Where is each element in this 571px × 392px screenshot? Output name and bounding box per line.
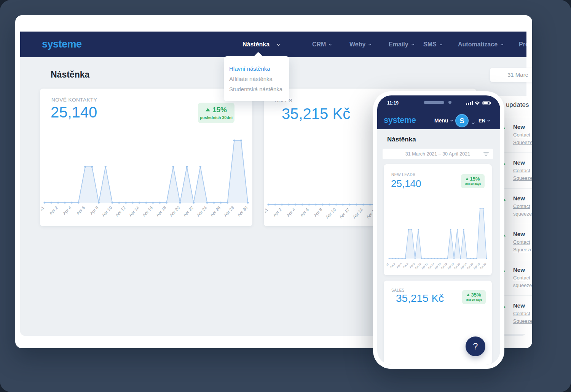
nav-item-emaily[interactable]: Emaily (389, 32, 414, 57)
screenshot-background: systeme Nástěnka CRM Weby Emaily SMS Aut… (0, 0, 571, 392)
chevron-down-icon (329, 42, 332, 46)
card-value: 25,140 (51, 104, 97, 121)
chevron-down-icon (368, 42, 372, 46)
svg-text:31: 31 (41, 205, 45, 212)
menu-label: Menu (434, 117, 448, 124)
change-badge: 35% last 30 days (462, 290, 486, 304)
svg-text:Apr 24: Apr 24 (196, 205, 207, 217)
svg-text:Apr 26: Apr 26 (466, 262, 474, 270)
live-item-title: New (513, 159, 532, 166)
card-label: NEW LEADS (391, 173, 415, 177)
nav-item-label: Pro (519, 41, 526, 48)
systeme-logo[interactable]: systeme (42, 38, 82, 50)
nav-item-label: CRM (312, 41, 326, 48)
svg-text:Apr 16: Apr 16 (142, 205, 153, 217)
change-period: last 30 days (462, 298, 486, 302)
contact-link[interactable]: Contact (513, 203, 532, 209)
svg-text:Apr 12: Apr 12 (115, 205, 126, 217)
funnel-link[interactable]: Squeeze (513, 247, 532, 252)
new-contacts-card: NOVÉ KONTAKTY 25,140 15% posledních 30dn… (40, 89, 252, 226)
nav-item-weby[interactable]: Weby (349, 32, 371, 57)
change-percent: 15% (212, 106, 227, 114)
phone-menu-button[interactable]: Menu (434, 117, 453, 124)
date-range-button[interactable]: 31 Marc (490, 68, 532, 82)
contact-link[interactable]: Contact (513, 168, 532, 173)
svg-text:Apr 4: Apr 4 (62, 205, 72, 216)
camera-dot (448, 101, 451, 104)
status-time: 11:19 (387, 100, 399, 106)
signal-wifi-battery-icons (466, 100, 492, 105)
nav-item-sms[interactable]: SMS (423, 32, 442, 57)
svg-text:Apr 12: Apr 12 (421, 262, 429, 270)
nav-item-produkty[interactable]: Pro (519, 32, 526, 57)
contact-link[interactable]: Contact (513, 275, 532, 281)
page-title: Nástěnka (51, 70, 89, 80)
nav-item-automatizace[interactable]: Automatizace (458, 32, 503, 57)
svg-text:Apr 16: Apr 16 (434, 262, 442, 270)
chevron-down-icon (500, 42, 504, 46)
nav-item-crm[interactable]: CRM (312, 32, 332, 57)
svg-text:Apr 22: Apr 22 (453, 262, 461, 270)
phone-date-range[interactable]: 31 March 2021 – 30 April 2021 (383, 149, 493, 159)
live-item-title: New (513, 302, 532, 309)
nav-item-label: Automatizace (458, 41, 498, 48)
phone-header: 11:19 (377, 95, 500, 129)
nav-item-label: Nástěnka (242, 41, 270, 48)
nav-item-label: Weby (349, 41, 365, 48)
menu-item-hlavni-nastenka[interactable]: Hlavní nástěnka (229, 65, 270, 72)
funnel-link[interactable]: squeeze (513, 211, 532, 217)
nav-item-nastenka[interactable]: Nástěnka (242, 32, 280, 57)
svg-text:Apr 8: Apr 8 (313, 207, 323, 217)
card-value: 35,215 Kč (396, 292, 444, 305)
svg-text:Apr 26: Apr 26 (209, 205, 221, 217)
help-button[interactable]: ? (466, 336, 485, 356)
svg-text:Apr 18: Apr 18 (155, 205, 167, 217)
svg-text:Apr 6: Apr 6 (75, 205, 86, 216)
svg-text:Apr 30: Apr 30 (236, 205, 248, 217)
svg-text:Apr 14: Apr 14 (128, 205, 140, 217)
avatar[interactable]: S (455, 114, 469, 127)
contact-link[interactable]: Contact (513, 132, 532, 138)
svg-text:Apr 12: Apr 12 (338, 207, 350, 219)
systeme-logo[interactable]: systeme (384, 115, 416, 125)
svg-text:31: 31 (386, 262, 389, 267)
svg-text:Apr 14: Apr 14 (427, 262, 435, 270)
language-label: EN (478, 118, 485, 124)
svg-text:Apr 6: Apr 6 (402, 262, 409, 269)
live-item-title: New (513, 231, 532, 237)
funnel-link[interactable]: Squeeze (513, 175, 532, 181)
live-item-title: New (513, 267, 532, 273)
card-value: 35,215 Kč (282, 105, 350, 122)
chevron-down-icon[interactable] (472, 120, 474, 127)
svg-text:Apr 4: Apr 4 (286, 207, 296, 217)
dashboard-dropdown-menu: Hlavní nástěnka Affiliate nástěnka Stude… (224, 56, 289, 101)
svg-text:Apr 10: Apr 10 (101, 205, 113, 217)
card-value: 25,140 (391, 178, 421, 190)
new-contacts-chart: 31Apr 2Apr 4Apr 6Apr 8Apr 10Apr 12Apr 14… (41, 135, 251, 225)
top-navbar: systeme Nástěnka CRM Weby Emaily SMS Aut… (20, 32, 526, 57)
menu-item-affiliate-nastenka[interactable]: Affiliate nástěnka (229, 76, 273, 82)
language-selector[interactable]: EN (478, 118, 490, 124)
svg-text:Apr 2: Apr 2 (48, 205, 59, 216)
phone-screen: 11:19 (377, 95, 500, 365)
contact-link[interactable]: Contact (513, 311, 532, 316)
chevron-down-icon (277, 42, 281, 46)
trend-up-icon (206, 108, 210, 111)
menu-item-studentska-nastenka[interactable]: Studentská nástěnka (229, 86, 282, 92)
nav-item-label: SMS (423, 41, 437, 48)
speaker-slot (424, 101, 444, 104)
svg-text:Apr 22: Apr 22 (182, 205, 194, 217)
funnel-link[interactable]: squeeze (513, 282, 532, 288)
funnel-link[interactable]: Squeeze (513, 140, 532, 145)
trend-up-icon (466, 178, 469, 180)
contact-link[interactable]: Contact (513, 239, 532, 245)
card-label: NOVÉ KONTAKTY (51, 97, 97, 103)
svg-text:Apr 14: Apr 14 (352, 207, 364, 219)
change-badge: 15% posledních 30dní (198, 103, 234, 123)
change-percent: 15% (470, 176, 480, 182)
live-item-title: New (513, 195, 532, 202)
funnel-link[interactable]: Squeeze (513, 318, 532, 324)
svg-text:Apr 18: Apr 18 (440, 262, 448, 270)
svg-text:Apr 28: Apr 28 (473, 262, 480, 270)
change-period: posledních 30dní (198, 115, 234, 120)
